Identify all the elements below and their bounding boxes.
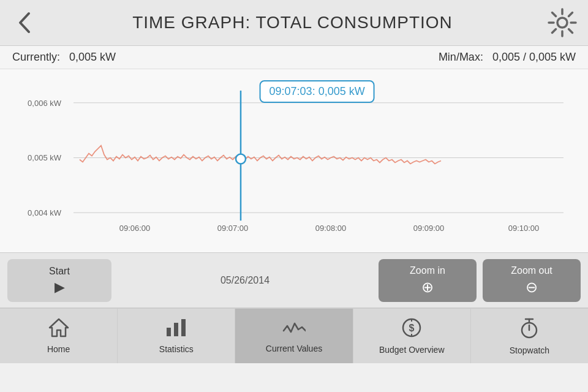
page-title: TIME GRAPH: TOTAL CONSUMPTION <box>132 13 453 32</box>
svg-text:0,004 kW: 0,004 kW <box>28 208 62 217</box>
svg-rect-23 <box>167 328 171 336</box>
nav-item-current-values[interactable]: Current Values <box>235 309 353 363</box>
svg-text:09:07:00: 09:07:00 <box>217 224 249 233</box>
zoom-in-label: Zoom in <box>410 265 445 276</box>
currently-value: 0,005 kW <box>69 51 116 63</box>
nav-label-statistics: Statistics <box>159 344 194 354</box>
svg-line-6 <box>568 29 572 33</box>
zoom-out-label: Zoom out <box>511 265 552 276</box>
header: TIME GRAPH: TOTAL CONSUMPTION <box>0 0 588 46</box>
nav-item-stopwatch[interactable]: Stopwatch <box>471 309 588 363</box>
svg-text:0,005 kW: 0,005 kW <box>28 154 62 163</box>
zoom-out-icon: ⊖ <box>526 279 538 296</box>
svg-point-21 <box>236 154 246 164</box>
controls-row: Start ▶ 05/26/2014 Zoom in ⊕ Zoom out ⊖ <box>0 253 588 308</box>
bottom-nav: Home Statistics Current Values $ Budget … <box>0 308 588 363</box>
nav-item-home[interactable]: Home <box>0 309 118 363</box>
svg-text:0,006 kW: 0,006 kW <box>28 99 62 108</box>
svg-rect-24 <box>174 323 178 336</box>
svg-line-8 <box>552 29 556 33</box>
start-button[interactable]: Start ▶ <box>7 259 111 302</box>
nav-item-statistics[interactable]: Statistics <box>118 309 235 363</box>
chart-container[interactable]: 09:07:03: 0,005 kW 0,006 kW 0,005 kW 0,0… <box>0 69 588 253</box>
zoom-out-button[interactable]: Zoom out ⊖ <box>483 259 581 302</box>
chart-tooltip: 09:07:03: 0,005 kW <box>260 80 375 103</box>
zoom-in-icon: ⊕ <box>421 279 434 296</box>
zoom-in-button[interactable]: Zoom in ⊕ <box>379 259 477 302</box>
svg-text:09:08:00: 09:08:00 <box>315 224 347 233</box>
minmax-value: 0,005 / 0,005 kW <box>492 51 576 63</box>
nav-item-budget-overview[interactable]: $ Budget Overview <box>353 309 471 363</box>
home-icon <box>48 318 69 342</box>
statistics-icon <box>165 318 187 342</box>
minmax-label: Min/Max: 0,005 / 0,005 kW <box>439 51 576 64</box>
svg-rect-25 <box>181 319 186 336</box>
svg-point-0 <box>557 18 567 28</box>
nav-label-current-values: Current Values <box>266 344 322 353</box>
svg-text:09:09:00: 09:09:00 <box>413 224 445 233</box>
nav-label-stopwatch: Stopwatch <box>510 345 549 355</box>
budget-icon: $ <box>401 317 422 342</box>
svg-text:09:06:00: 09:06:00 <box>119 224 151 233</box>
svg-line-5 <box>552 13 556 17</box>
svg-marker-22 <box>50 319 68 336</box>
current-values-icon <box>282 318 306 341</box>
date-label: 05/26/2014 <box>118 275 372 286</box>
svg-line-7 <box>568 13 572 17</box>
stopwatch-icon <box>519 317 539 343</box>
currently-label: Currently: 0,005 kW <box>12 51 116 64</box>
svg-text:$: $ <box>409 323 415 333</box>
start-label: Start <box>49 266 70 277</box>
play-icon: ▶ <box>55 279 65 295</box>
nav-label-home: Home <box>47 344 70 354</box>
svg-text:09:10:00: 09:10:00 <box>508 224 540 233</box>
settings-button[interactable] <box>545 6 579 40</box>
back-button[interactable] <box>9 7 40 38</box>
nav-label-budget-overview: Budget Overview <box>379 345 445 355</box>
stats-bar: Currently: 0,005 kW Min/Max: 0,005 / 0,0… <box>0 46 588 69</box>
